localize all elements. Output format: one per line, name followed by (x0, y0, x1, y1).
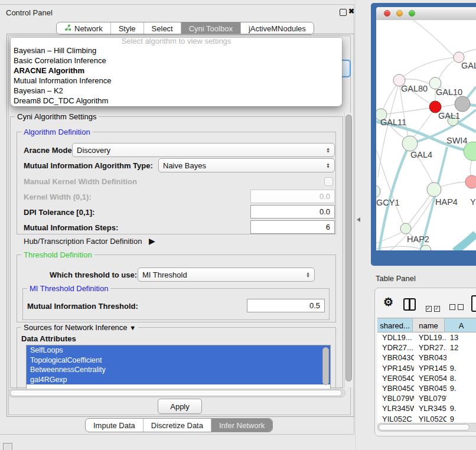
cyni-bottom-tabs: Impute DataDiscretize DataInfer Network (85, 418, 273, 432)
tab-label: Cyni Toolbox (189, 24, 233, 33)
manual-kernel-checkbox[interactable] (324, 177, 333, 186)
new-table-icon[interactable] (471, 295, 476, 312)
close-window-icon[interactable] (384, 10, 390, 17)
network-window-titlebar[interactable] (376, 7, 476, 21)
algorithm-option[interactable]: Basic Correlation Inference (11, 56, 342, 66)
table-horizontal-scrollbar-thumb[interactable] (379, 424, 470, 431)
network-edge[interactable] (441, 105, 455, 107)
split-pane-divider[interactable] (354, 0, 371, 450)
node-attribute-table[interactable]: shared...nameAYDL19...YDL19...13YDR27...… (377, 318, 476, 423)
tab-cyni-toolbox[interactable]: Cyni Toolbox (181, 22, 240, 34)
algorithm-definition-title: Algorithm Definition (21, 128, 93, 136)
network-edge[interactable] (377, 151, 404, 225)
network-edge[interactable] (462, 50, 476, 54)
control-panel: Control Panel ✖ NetworkStyleSelectCyni T… (0, 4, 354, 435)
sources-title-text: Sources for Network Inference (24, 323, 128, 332)
hub-definition-toggle[interactable]: Hub/Transcription Factor Definition ▶ (24, 236, 155, 246)
network-edge[interactable] (379, 144, 410, 250)
attribute-item[interactable]: BetweennessCentrality (27, 365, 330, 375)
network-node[interactable] (376, 185, 380, 198)
tab-jactivemnodules[interactable]: jActiveMNodules (240, 22, 314, 34)
tab-style[interactable]: Style (110, 22, 144, 34)
network-edge[interactable] (409, 195, 431, 224)
divider-collapse-handle[interactable] (357, 217, 360, 222)
node-label: HAP4 (435, 197, 458, 207)
node-label: Y (470, 197, 476, 207)
hub-expand-icon[interactable]: ▶ (149, 236, 155, 246)
mi-threshold-value: 0.5 (309, 301, 320, 310)
zoom-window-icon[interactable] (409, 10, 415, 17)
network-edge[interactable] (470, 161, 472, 175)
network-node[interactable] (465, 175, 476, 188)
tab-discretize-data[interactable]: Discretize Data (143, 419, 211, 432)
aracne-mode-combo[interactable]: Discovery ▲▼ (72, 143, 335, 157)
tab-select[interactable]: Select (144, 22, 181, 34)
table-row[interactable]: YER054CYER054C8. (377, 373, 476, 383)
settings-horizontal-scrollbar-thumb[interactable] (10, 390, 342, 396)
float-window-icon[interactable] (340, 9, 347, 16)
network-edge[interactable] (455, 234, 476, 250)
attr-list-scrollbar[interactable] (322, 347, 329, 385)
table-row[interactable]: YPR145WYPR145W9. (377, 363, 476, 373)
network-node[interactable] (402, 136, 418, 151)
network-edge[interactable] (403, 57, 459, 77)
network-edge[interactable] (413, 20, 456, 58)
split-columns-icon[interactable] (403, 298, 416, 311)
tab-infer-network[interactable]: Infer Network (211, 419, 272, 432)
tab-label: Impute Data (93, 421, 135, 430)
minimize-window-icon[interactable] (396, 10, 403, 17)
tab-impute-data[interactable]: Impute Data (86, 419, 143, 432)
table-row[interactable]: YDL19...YDL19...13 (377, 332, 476, 343)
algorithm-option[interactable]: ARACNE Algorithm (11, 66, 342, 76)
kernel-width-input[interactable]: 0.0 (250, 190, 335, 203)
network-node[interactable] (427, 182, 441, 197)
algorithm-option[interactable]: Bayesian – Hill Climbing (11, 45, 342, 56)
table-cell: 12 (446, 343, 476, 353)
mi-steps-label: Mutual Information Steps: (24, 223, 118, 232)
attribute-item[interactable]: gal4RGexp (27, 375, 330, 385)
tab-network[interactable]: Network (57, 22, 110, 34)
table-cell: 9. (446, 363, 476, 373)
mi-steps-input[interactable]: 6 (250, 220, 335, 234)
network-edge[interactable] (441, 182, 466, 187)
network-canvas[interactable]: GALGAL80GAL10GAL1GAL11SWI4GAL4GCY1HAP4YH… (376, 20, 476, 250)
deselect-all-checks-icon[interactable] (449, 302, 464, 312)
network-node[interactable] (400, 223, 411, 234)
apply-button[interactable]: Apply (158, 399, 202, 414)
sources-collapse-icon[interactable]: ▼ (129, 324, 136, 331)
tab-label: Style (119, 24, 136, 33)
network-graph[interactable]: GALGAL80GAL10GAL1GAL11SWI4GAL4GCY1HAP4YH… (376, 20, 476, 250)
network-node[interactable] (455, 96, 470, 112)
column-header[interactable]: A (445, 318, 476, 332)
table-row[interactable]: YDR27...YDR27...12 (377, 343, 476, 353)
sources-title[interactable]: Sources for Network Inference ▼ (21, 323, 138, 332)
algorithm-option[interactable]: Bayesian – K2 (11, 86, 342, 96)
network-view-window[interactable]: GALGAL80GAL10GAL1GAL11SWI4GAL4GCY1HAP4YH… (371, 3, 476, 266)
mi-type-combo[interactable]: Naive Bayes ▲▼ (158, 158, 335, 172)
which-threshold-combo[interactable]: MI Threshold ▲▼ (138, 268, 315, 282)
table-row[interactable]: YBR043CYBR043C (377, 353, 476, 363)
mi-steps-value: 6 (326, 223, 330, 231)
network-edge[interactable] (387, 108, 429, 114)
algorithm-option[interactable]: Mutual Information Inference (11, 76, 342, 86)
settings-vertical-scrollbar-thumb[interactable] (345, 115, 352, 381)
table-row[interactable]: YBR045CYBR045C9. (377, 383, 476, 393)
select-all-checks-icon[interactable]: ✓ ✓ (426, 302, 440, 312)
tab-label: Infer Network (219, 421, 265, 430)
cyni-settings-title: Cyni Algorithm Settings (15, 112, 99, 121)
table-row[interactable]: YBL079WYBL079W (377, 393, 476, 403)
attribute-item[interactable]: TopologicalCoefficient (27, 356, 330, 366)
attribute-item[interactable]: SelfLoops (27, 345, 330, 356)
mi-threshold-input[interactable]: 0.5 (247, 299, 325, 312)
table-row[interactable]: YLR345WYLR345W9. (377, 403, 476, 413)
gear-icon[interactable]: ⚙ (383, 295, 393, 309)
dpi-tolerance-input[interactable]: 0.0 (250, 205, 335, 219)
data-attributes-list[interactable]: SelfLoopsTopologicalCoefficientBetweenne… (26, 345, 331, 389)
node-label: GAL (461, 61, 476, 70)
control-panel-tabs: NetworkStyleSelectCyni ToolboxjActiveMNo… (56, 22, 314, 35)
network-edge[interactable] (376, 246, 421, 249)
column-header[interactable]: name (413, 318, 445, 332)
table-cell (446, 393, 476, 403)
algorithm-option[interactable]: Dream8 DC_TDC Algorithm (11, 96, 342, 106)
column-header[interactable]: shared... (377, 318, 413, 332)
